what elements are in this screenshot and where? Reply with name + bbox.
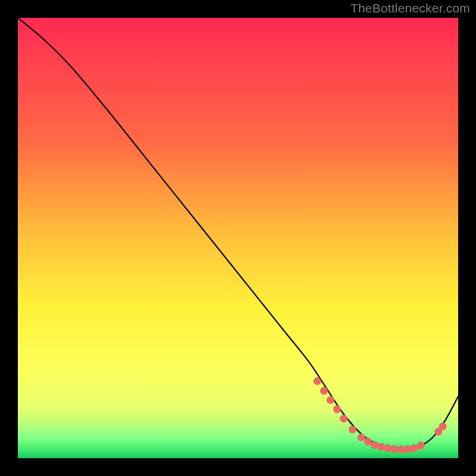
curve-dot [384,444,392,452]
curve-dot [314,377,321,385]
curve-dot [333,405,341,413]
curve-dot [358,434,365,441]
curve-dot [377,443,385,450]
curve-dot [390,445,398,453]
curve-dot [340,415,347,422]
curve-dot [320,387,328,394]
gradient-background [18,18,458,458]
chart-frame: TheBottlenecker.com [0,0,476,476]
curve-dot [439,422,447,430]
curve-dot [349,425,356,433]
bottleneck-curve-chart [18,18,458,458]
curve-dot [327,396,334,404]
curve-dot [371,441,378,449]
attribution-text: TheBottlenecker.com [350,1,470,15]
curve-dot [411,444,418,452]
curve-dot [403,445,411,453]
curve-dot [364,437,372,445]
curve-dot [417,441,425,449]
curve-dot [397,445,405,453]
